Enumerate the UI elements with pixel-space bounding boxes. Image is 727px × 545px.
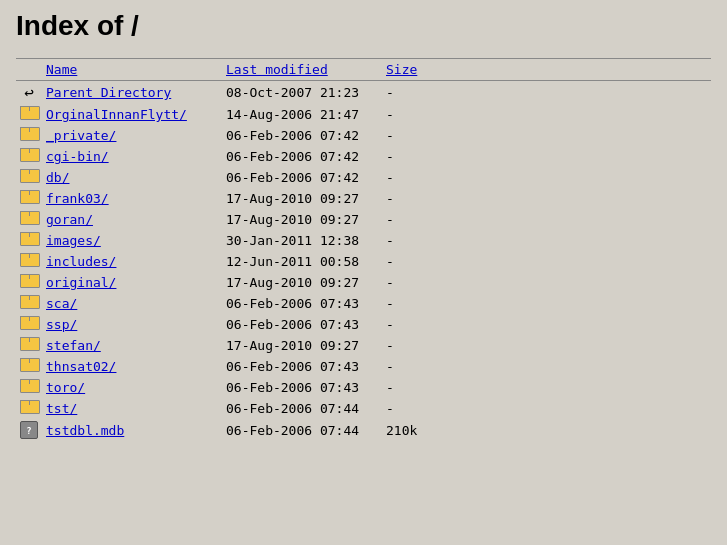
- row-name-link[interactable]: goran/: [46, 212, 93, 227]
- row-description-cell: [442, 125, 711, 146]
- row-name-cell: Parent Directory: [42, 81, 222, 105]
- table-row: original/17-Aug-2010 09:27-: [16, 272, 711, 293]
- row-name-link[interactable]: ssp/: [46, 317, 77, 332]
- row-description-cell: [442, 356, 711, 377]
- row-name-link[interactable]: includes/: [46, 254, 116, 269]
- folder-icon: [20, 148, 38, 162]
- row-name-link[interactable]: toro/: [46, 380, 85, 395]
- row-name-link[interactable]: _private/: [46, 128, 116, 143]
- row-icon-cell: [16, 188, 42, 209]
- row-description-cell: [442, 335, 711, 356]
- table-row: ?tstdbl.mdb06-Feb-2006 07:44210k: [16, 419, 711, 441]
- table-row: includes/12-Jun-2011 00:58-: [16, 251, 711, 272]
- row-description-cell: [442, 398, 711, 419]
- row-modified-cell: 06-Feb-2006 07:42: [222, 125, 382, 146]
- row-size-cell: 210k: [382, 419, 442, 441]
- th-modified: Last modified: [222, 59, 382, 81]
- row-modified-cell: 06-Feb-2006 07:43: [222, 314, 382, 335]
- table-header-row: Name Last modified Size: [16, 59, 711, 81]
- row-name-link[interactable]: stefan/: [46, 338, 101, 353]
- row-description-cell: [442, 230, 711, 251]
- directory-table: Name Last modified Size ↩Parent Director…: [16, 58, 711, 441]
- row-name-link[interactable]: frank03/: [46, 191, 109, 206]
- table-row: stefan/17-Aug-2010 09:27-: [16, 335, 711, 356]
- table-row: db/06-Feb-2006 07:42-: [16, 167, 711, 188]
- row-name-cell: toro/: [42, 377, 222, 398]
- row-icon-cell: ↩: [16, 81, 42, 105]
- row-modified-cell: 06-Feb-2006 07:43: [222, 377, 382, 398]
- row-size-cell: -: [382, 314, 442, 335]
- row-name-link[interactable]: Parent Directory: [46, 85, 171, 100]
- row-icon-cell: [16, 335, 42, 356]
- table-row: _private/06-Feb-2006 07:42-: [16, 125, 711, 146]
- row-name-cell: thnsat02/: [42, 356, 222, 377]
- table-row: goran/17-Aug-2010 09:27-: [16, 209, 711, 230]
- table-row: toro/06-Feb-2006 07:43-: [16, 377, 711, 398]
- row-description-cell: [442, 314, 711, 335]
- row-size-cell: -: [382, 188, 442, 209]
- row-description-cell: [442, 188, 711, 209]
- row-description-cell: [442, 272, 711, 293]
- sort-modified-link[interactable]: Last modified: [226, 62, 328, 77]
- row-name-cell: includes/: [42, 251, 222, 272]
- row-name-link[interactable]: thnsat02/: [46, 359, 116, 374]
- row-size-cell: -: [382, 377, 442, 398]
- table-row: frank03/17-Aug-2010 09:27-: [16, 188, 711, 209]
- row-name-link[interactable]: tstdbl.mdb: [46, 423, 124, 438]
- unknown-file-icon: ?: [20, 421, 38, 439]
- row-modified-cell: 17-Aug-2010 09:27: [222, 188, 382, 209]
- table-row: thnsat02/06-Feb-2006 07:43-: [16, 356, 711, 377]
- row-size-cell: -: [382, 209, 442, 230]
- row-modified-cell: 30-Jan-2011 12:38: [222, 230, 382, 251]
- row-modified-cell: 06-Feb-2006 07:44: [222, 398, 382, 419]
- sort-name-link[interactable]: Name: [46, 62, 77, 77]
- row-name-link[interactable]: sca/: [46, 296, 77, 311]
- row-icon-cell: [16, 230, 42, 251]
- row-size-cell: -: [382, 356, 442, 377]
- table-row: ssp/06-Feb-2006 07:43-: [16, 314, 711, 335]
- row-modified-cell: 06-Feb-2006 07:44: [222, 419, 382, 441]
- row-description-cell: [442, 167, 711, 188]
- folder-icon: [20, 358, 38, 372]
- table-row: OrginalInnanFlytt/14-Aug-2006 21:47-: [16, 104, 711, 125]
- folder-icon: [20, 190, 38, 204]
- row-modified-cell: 06-Feb-2006 07:43: [222, 356, 382, 377]
- row-name-cell: tst/: [42, 398, 222, 419]
- row-name-link[interactable]: images/: [46, 233, 101, 248]
- th-name: Name: [42, 59, 222, 81]
- row-name-link[interactable]: original/: [46, 275, 116, 290]
- row-size-cell: -: [382, 230, 442, 251]
- row-description-cell: [442, 146, 711, 167]
- folder-icon: [20, 316, 38, 330]
- table-row: cgi-bin/06-Feb-2006 07:42-: [16, 146, 711, 167]
- row-icon-cell: [16, 209, 42, 230]
- row-modified-cell: 17-Aug-2010 09:27: [222, 272, 382, 293]
- row-size-cell: -: [382, 272, 442, 293]
- row-description-cell: [442, 377, 711, 398]
- back-icon: ↩: [24, 83, 34, 102]
- sort-size-link[interactable]: Size: [386, 62, 417, 77]
- row-size-cell: -: [382, 146, 442, 167]
- row-modified-cell: 06-Feb-2006 07:42: [222, 146, 382, 167]
- row-name-cell: _private/: [42, 125, 222, 146]
- row-size-cell: -: [382, 251, 442, 272]
- row-name-link[interactable]: db/: [46, 170, 69, 185]
- row-size-cell: -: [382, 398, 442, 419]
- row-name-link[interactable]: OrginalInnanFlytt/: [46, 107, 187, 122]
- row-name-cell: sca/: [42, 293, 222, 314]
- row-size-cell: -: [382, 335, 442, 356]
- row-modified-cell: 06-Feb-2006 07:42: [222, 167, 382, 188]
- row-icon-cell: [16, 146, 42, 167]
- row-icon-cell: [16, 314, 42, 335]
- th-description: [442, 59, 711, 81]
- row-icon-cell: [16, 398, 42, 419]
- row-name-link[interactable]: tst/: [46, 401, 77, 416]
- row-modified-cell: 12-Jun-2011 00:58: [222, 251, 382, 272]
- row-modified-cell: 14-Aug-2006 21:47: [222, 104, 382, 125]
- table-row: images/30-Jan-2011 12:38-: [16, 230, 711, 251]
- th-icon: [16, 59, 42, 81]
- row-name-link[interactable]: cgi-bin/: [46, 149, 109, 164]
- row-name-cell: cgi-bin/: [42, 146, 222, 167]
- row-description-cell: [442, 81, 711, 105]
- row-modified-cell: 06-Feb-2006 07:43: [222, 293, 382, 314]
